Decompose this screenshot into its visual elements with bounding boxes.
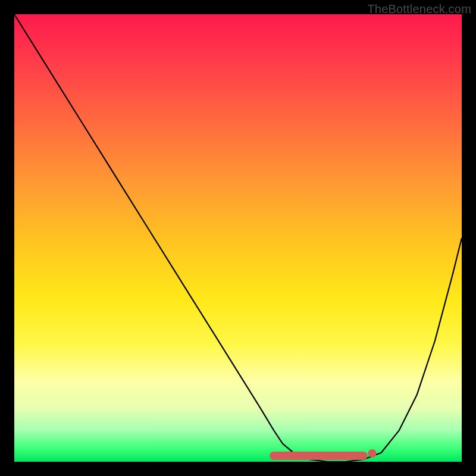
bottleneck-curve xyxy=(14,14,462,462)
attribution-text: TheBottleneck.com xyxy=(367,2,471,16)
optimal-point-marker xyxy=(368,449,377,458)
curve-layer xyxy=(14,14,462,462)
chart-frame: TheBottleneck.com xyxy=(0,0,476,476)
gradient-plot-area xyxy=(14,14,462,462)
